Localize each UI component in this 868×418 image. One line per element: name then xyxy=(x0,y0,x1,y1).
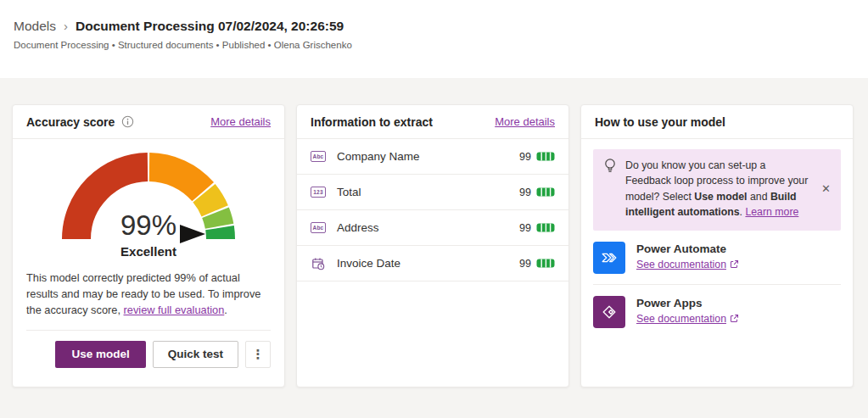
learn-more-link[interactable]: Learn more xyxy=(745,206,798,218)
field-score: 99 xyxy=(519,258,531,270)
field-label: Total xyxy=(337,186,519,198)
page-header: Models › Document Processing 07/02/2024,… xyxy=(0,0,868,78)
power-apps-label: Power Apps xyxy=(636,296,739,309)
feedback-loop-banner: Do you know you can set-up a Feedback lo… xyxy=(593,149,841,231)
accuracy-score-card: Accuracy score More details xyxy=(12,104,285,387)
accuracy-gauge: 99% Excellent xyxy=(13,137,284,268)
confidence-indicator-icon xyxy=(536,152,555,161)
accuracy-card-title: Accuracy score xyxy=(26,115,134,129)
close-icon[interactable]: ✕ xyxy=(820,158,832,220)
field-score: 99 xyxy=(519,187,531,198)
accuracy-more-details-link[interactable]: More details xyxy=(210,115,271,128)
breadcrumb: Models › Document Processing 07/02/2024,… xyxy=(14,19,854,34)
field-label: Address xyxy=(337,221,519,234)
power-apps-doc-link[interactable]: See documentation xyxy=(636,313,726,325)
how-to-use-card: How to use your model Do you know you ca… xyxy=(580,104,854,387)
text-field-icon: Abc xyxy=(311,222,326,233)
extract-more-details-link[interactable]: More details xyxy=(495,115,555,128)
power-apps-item: Power Apps See documentation xyxy=(593,285,841,338)
field-label: Invoice Date xyxy=(337,257,519,270)
accuracy-card-header: Accuracy score More details xyxy=(13,105,284,139)
extract-card-header: Information to extract More details xyxy=(297,105,568,139)
content-area: Accuracy score More details xyxy=(0,78,868,418)
gauge-needle xyxy=(180,225,205,243)
information-to-extract-card: Information to extract More details Abc … xyxy=(296,104,569,387)
use-model-button[interactable]: Use model xyxy=(55,341,145,368)
power-automate-doc-link[interactable]: See documentation xyxy=(636,259,726,270)
text-field-icon: Abc xyxy=(311,151,326,162)
extract-row-invoice-date[interactable]: Invoice Date 99 xyxy=(297,246,568,281)
field-score: 99 xyxy=(519,222,531,234)
external-link-icon xyxy=(730,314,739,323)
extract-card-title: Information to extract xyxy=(311,115,433,129)
model-meta-line: Document Processing • Structured documen… xyxy=(14,40,854,50)
power-automate-label: Power Automate xyxy=(636,242,739,255)
power-automate-item: Power Automate See documentation xyxy=(593,231,841,284)
external-link-icon xyxy=(730,259,739,269)
extract-row-address[interactable]: Abc Address 99 xyxy=(297,210,568,246)
confidence-indicator-icon xyxy=(536,259,555,268)
accuracy-actions: Use model Quick test ⋮ xyxy=(13,331,284,378)
breadcrumb-models-link[interactable]: Models xyxy=(14,19,56,34)
quick-test-button[interactable]: Quick test xyxy=(153,341,238,368)
extract-row-company-name[interactable]: Abc Company Name 99 xyxy=(297,139,568,175)
accuracy-description-period: . xyxy=(224,304,227,316)
gauge-segment-excellent xyxy=(220,228,221,239)
howto-body: Do you know you can set-up a Feedback lo… xyxy=(581,139,853,338)
gauge-segment-very-good xyxy=(216,213,220,226)
power-automate-icon xyxy=(593,242,625,274)
gauge-label: Excellent xyxy=(120,244,176,259)
gauge-segment-fair xyxy=(149,167,203,192)
info-icon[interactable] xyxy=(121,115,134,128)
confidence-indicator-icon xyxy=(536,223,555,232)
gauge-segment-good xyxy=(204,193,216,211)
number-field-icon: 123 xyxy=(311,187,326,198)
lightbulb-icon xyxy=(603,158,617,220)
field-score: 99 xyxy=(519,151,531,163)
gauge-value: 99% xyxy=(120,209,176,241)
field-label: Company Name xyxy=(337,150,519,163)
howto-card-title: How to use your model xyxy=(595,115,725,129)
more-actions-button[interactable]: ⋮ xyxy=(245,341,271,368)
banner-text: and xyxy=(748,191,770,203)
power-apps-icon xyxy=(593,296,625,328)
extract-row-total[interactable]: 123 Total 99 xyxy=(297,175,568,210)
banner-message: Do you know you can set-up a Feedback lo… xyxy=(625,158,811,220)
howto-card-header: How to use your model xyxy=(581,105,853,139)
breadcrumb-chevron-icon: › xyxy=(64,19,68,33)
accuracy-title-text: Accuracy score xyxy=(26,115,115,129)
banner-bold-use-model: Use model xyxy=(694,191,747,203)
review-full-evaluation-link[interactable]: review full evaluation xyxy=(124,304,225,316)
date-field-icon xyxy=(311,257,326,270)
page-title: Document Processing 07/02/2024, 20:26:59 xyxy=(76,19,344,34)
accuracy-description: This model correctly predicted 99% of ac… xyxy=(26,270,271,319)
confidence-indicator-icon xyxy=(536,187,555,197)
